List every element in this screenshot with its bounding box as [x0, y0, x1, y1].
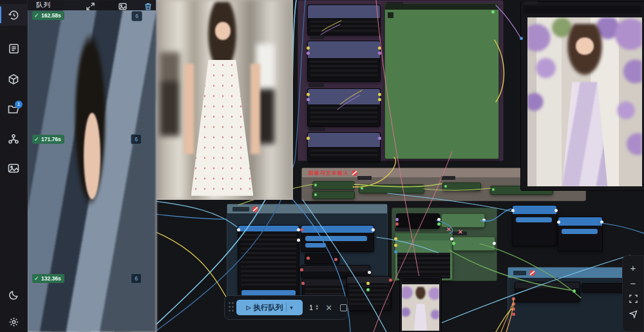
port[interactable] — [334, 258, 337, 261]
port[interactable] — [492, 188, 495, 191]
group-bottom-right[interactable] — [507, 267, 630, 332]
reroute-node[interactable] — [442, 182, 481, 191]
zoom-in-button[interactable]: + — [625, 260, 641, 275]
port[interactable] — [378, 98, 381, 101]
port[interactable] — [307, 137, 310, 140]
run-queue-button[interactable]: ▷ 执行队列 ▾ — [236, 300, 303, 315]
trash-icon[interactable] — [144, 1, 153, 9]
port[interactable] — [557, 220, 560, 224]
image-node-mini[interactable] — [399, 276, 442, 332]
theme-toggle-moon-icon[interactable] — [0, 284, 27, 306]
port[interactable] — [372, 228, 375, 231]
port[interactable] — [378, 93, 381, 96]
port[interactable] — [314, 193, 317, 196]
node-note-green[interactable] — [384, 3, 499, 159]
node-widget[interactable] — [305, 236, 367, 241]
port[interactable] — [395, 222, 399, 226]
port[interactable] — [300, 228, 303, 231]
port[interactable] — [512, 308, 515, 311]
port[interactable] — [512, 313, 515, 316]
node[interactable] — [307, 41, 381, 82]
port[interactable] — [378, 137, 381, 140]
node[interactable] — [346, 276, 392, 311]
port[interactable] — [573, 289, 576, 293]
port[interactable] — [450, 237, 453, 240]
reroute-node[interactable] — [312, 191, 355, 199]
port[interactable] — [395, 218, 399, 221]
sidebar-item-node-library[interactable] — [0, 68, 27, 90]
node[interactable] — [441, 213, 485, 228]
clear-icon[interactable]: ✕ — [325, 303, 332, 313]
fit-view-button[interactable] — [625, 291, 641, 306]
port[interactable] — [437, 218, 440, 221]
port[interactable] — [378, 46, 381, 50]
drag-handle[interactable] — [228, 301, 234, 314]
node[interactable] — [512, 205, 557, 246]
preview-image-street[interactable] — [151, 0, 293, 200]
node[interactable] — [396, 213, 440, 229]
port[interactable] — [307, 93, 310, 96]
port[interactable] — [437, 222, 440, 226]
sidebar-item-gallery[interactable] — [0, 157, 27, 179]
sidebar-item-logs[interactable] — [0, 37, 27, 59]
port[interactable] — [237, 228, 240, 231]
port[interactable] — [394, 237, 397, 240]
port[interactable] — [512, 297, 515, 300]
batch-count[interactable]: 1 — [309, 304, 313, 311]
port[interactable] — [394, 250, 397, 253]
node[interactable] — [301, 225, 374, 252]
settings-gear-icon[interactable] — [0, 311, 27, 332]
sidebar-item-workflows[interactable]: 1 — [0, 98, 27, 120]
group-green[interactable]: ✕ ✕ — [392, 208, 497, 281]
port[interactable] — [378, 52, 381, 55]
node-widget[interactable] — [562, 229, 598, 234]
expand-icon[interactable] — [86, 1, 95, 9]
image-node-wisteria[interactable] — [520, 1, 644, 191]
port[interactable] — [389, 278, 392, 282]
node[interactable] — [307, 5, 381, 35]
image-icon[interactable] — [118, 1, 127, 9]
chevron-down-icon[interactable]: ▾ — [290, 305, 292, 311]
node[interactable] — [515, 282, 580, 302]
port[interactable] — [307, 52, 310, 55]
port[interactable] — [512, 302, 515, 306]
node[interactable] — [307, 88, 381, 127]
port[interactable] — [452, 242, 455, 245]
port[interactable] — [361, 187, 363, 190]
node[interactable] — [558, 217, 603, 251]
port[interactable] — [520, 37, 523, 40]
port[interactable] — [600, 220, 603, 224]
node-widget[interactable] — [305, 243, 326, 248]
port[interactable] — [554, 209, 558, 212]
node-widget[interactable] — [516, 217, 552, 222]
node[interactable] — [395, 233, 453, 280]
port[interactable] — [491, 10, 495, 14]
port[interactable] — [482, 219, 486, 222]
reroute-node[interactable] — [359, 184, 424, 193]
node[interactable] — [238, 225, 299, 302]
port[interactable] — [366, 282, 370, 285]
group-purple[interactable] — [298, 0, 504, 161]
port[interactable] — [297, 239, 300, 242]
port[interactable] — [307, 46, 310, 50]
batch-stepper[interactable]: ▲▼ — [315, 304, 319, 311]
port[interactable] — [300, 268, 303, 271]
zoom-out-button[interactable]: − — [625, 275, 641, 291]
node[interactable] — [453, 237, 495, 251]
port[interactable] — [366, 288, 370, 291]
port[interactable] — [368, 271, 371, 274]
port[interactable] — [307, 98, 310, 101]
reroute-node[interactable] — [312, 181, 355, 190]
port[interactable] — [493, 242, 496, 245]
port[interactable] — [444, 185, 447, 188]
stop-icon[interactable] — [340, 304, 347, 311]
node[interactable] — [305, 253, 339, 264]
sidebar-item-node-map[interactable] — [0, 128, 27, 150]
port[interactable] — [511, 209, 515, 212]
node[interactable] — [307, 132, 381, 162]
port[interactable] — [314, 184, 317, 186]
port[interactable] — [307, 257, 310, 260]
sidebar-item-queue-history[interactable] — [0, 4, 27, 26]
port[interactable] — [394, 244, 397, 247]
node-widget-square[interactable] — [388, 12, 393, 18]
